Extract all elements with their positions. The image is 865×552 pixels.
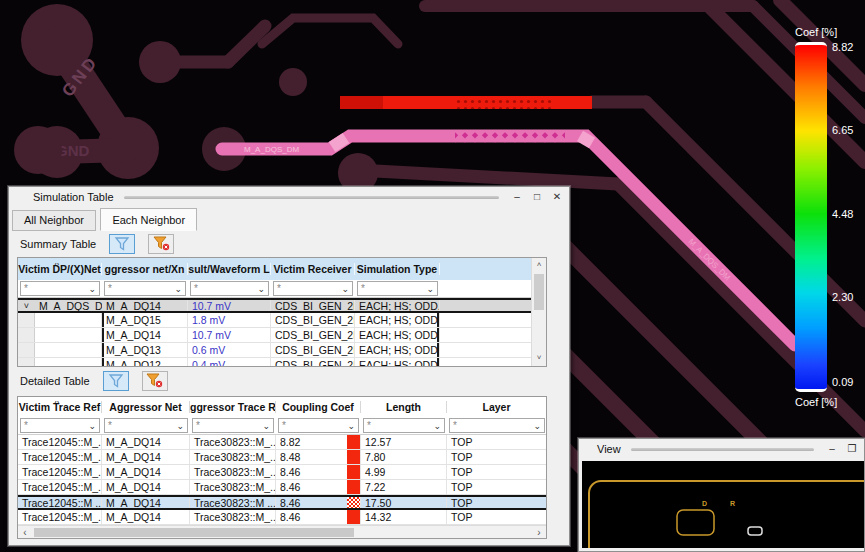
- scroll-right-icon[interactable]: ›: [532, 527, 546, 538]
- detailed-table: ^ Victim Trace Ref Aggressor Net ggresso…: [17, 396, 547, 539]
- detailed-row[interactable]: Trace12045::M_... M_A_DQ14 Trace30823::M…: [18, 450, 547, 465]
- neighbor-tabs: All Neighbor Each Neighbor: [12, 207, 566, 231]
- sort-ascending-icon: ^: [55, 401, 60, 407]
- expander-icon[interactable]: ˅: [18, 301, 35, 311]
- chevron-down-icon: ⌄: [347, 422, 355, 430]
- coef-color-chip: [347, 435, 360, 449]
- minimize-button[interactable]: –: [509, 188, 525, 206]
- scroll-down-icon[interactable]: ˅: [532, 351, 546, 366]
- summary-row[interactable]: M_A_DQ13 0.6 mV CDS_BI_GEN_2P... EACH; H…: [18, 343, 533, 358]
- summary-vertical-scrollbar[interactable]: ˄ ˅: [531, 258, 546, 366]
- simulation-table-window: Simulation Table – □ ✕ All Neighbor Each…: [8, 186, 570, 546]
- chevron-down-icon: ⌄: [174, 285, 182, 293]
- colorbar-gradient: [795, 42, 827, 392]
- summary-filter-receiver[interactable]: *⌄: [273, 281, 353, 296]
- detailed-col-aggressor-trace[interactable]: ggressor Trace R: [190, 401, 276, 413]
- tab-each-neighbor[interactable]: Each Neighbor: [100, 208, 197, 231]
- tab-all-neighbor[interactable]: All Neighbor: [12, 210, 96, 231]
- detailed-filter-button[interactable]: [103, 371, 129, 391]
- close-button[interactable]: ✕: [549, 188, 565, 206]
- clear-filter-funnel-icon: [146, 373, 163, 388]
- colorbar-tick: 2.30: [832, 291, 853, 303]
- component-outline-white: [748, 527, 762, 535]
- restore-button[interactable]: ❐: [844, 440, 860, 458]
- detailed-col-victim-trace[interactable]: ^ Victim Trace Ref: [18, 401, 102, 413]
- minimize-button[interactable]: –: [824, 440, 840, 458]
- view-window: View – ❐ D R: [578, 438, 865, 552]
- summary-col-result[interactable]: sult/Waveform L: [188, 263, 271, 275]
- sort-ascending-icon: ^: [55, 263, 60, 269]
- detailed-toolbar: Detailed Table: [20, 370, 168, 391]
- detailed-row[interactable]: Trace12045::M_... M_A_DQ14 Trace30823::M…: [18, 435, 547, 450]
- designator-label: R: [730, 500, 735, 507]
- component-outline: [677, 510, 714, 535]
- detailed-table-label: Detailed Table: [20, 375, 90, 387]
- chevron-down-icon: ⌄: [176, 422, 184, 430]
- scroll-up-icon[interactable]: ˄: [532, 258, 546, 273]
- summary-row[interactable]: M_A_DQ12 0.4 mV CDS_BI_GEN_2P EACH; HS; …: [18, 358, 533, 367]
- coef-color-chip: [347, 450, 360, 464]
- chevron-down-icon: ⌄: [433, 422, 441, 430]
- coef-color-chip: [347, 510, 360, 524]
- view-canvas[interactable]: D R: [582, 461, 864, 548]
- detailed-horizontal-scrollbar[interactable]: ‹ ›: [18, 525, 546, 538]
- summary-filter-button[interactable]: [109, 234, 135, 254]
- scrollbar-thumb[interactable]: [534, 274, 544, 310]
- summary-col-receiver[interactable]: Victim Receiver: [271, 263, 355, 275]
- summary-header-row: ^ Victim DP/(X)Net ggressor net/Xn sult/…: [18, 258, 533, 280]
- summary-col-simtype[interactable]: Simulation Type: [355, 263, 440, 275]
- detailed-row[interactable]: Trace12045::M_... M_A_DQ14 Trace30823::M…: [18, 510, 547, 525]
- summary-col-victim[interactable]: ^ Victim DP/(X)Net: [18, 263, 102, 275]
- chevron-down-icon: ⌄: [262, 422, 270, 430]
- detailed-filter-length[interactable]: *⌄: [363, 418, 445, 433]
- summary-filter-aggressor[interactable]: *⌄: [104, 281, 186, 296]
- colorbar-tick: 4.48: [832, 208, 853, 220]
- board-outline: [589, 481, 864, 548]
- view-board-outline-svg: D R: [582, 461, 864, 548]
- coef-color-chip-hatched: [347, 497, 360, 508]
- summary-row[interactable]: M_A_DQ14 10.7 mV CDS_BI_GEN_2P... EACH; …: [18, 328, 533, 343]
- detailed-clear-filter-button[interactable]: [142, 371, 168, 391]
- chevron-down-icon: ⌄: [257, 285, 265, 293]
- view-window-title: View: [597, 443, 621, 455]
- chevron-down-icon: ⌄: [88, 422, 96, 430]
- summary-row[interactable]: M_A_DQ15 1.8 mV CDS_BI_GEN_2P... EACH; H…: [18, 313, 533, 328]
- detailed-col-layer[interactable]: Layer: [447, 401, 547, 413]
- detailed-col-aggressor-net[interactable]: Aggressor Net: [102, 401, 190, 413]
- summary-filter-victim[interactable]: *⌄: [20, 281, 100, 296]
- scrollbar-thumb[interactable]: [34, 528, 354, 537]
- summary-col-aggressor[interactable]: ggressor net/Xn: [102, 263, 188, 275]
- detailed-col-coupling-coef[interactable]: Coupling Coef: [276, 401, 361, 413]
- coef-color-chip: [347, 465, 360, 479]
- detailed-filter-layer[interactable]: *⌄: [449, 418, 545, 433]
- chevron-down-icon: ⌄: [341, 285, 349, 293]
- colorbar-tick: 6.65: [832, 124, 853, 136]
- view-window-titlebar[interactable]: View – ❐: [579, 439, 864, 459]
- aggressor-trace-red[interactable]: [340, 96, 592, 109]
- colorbar-title-top: Coef [%]: [795, 26, 837, 38]
- detailed-filter-victim-trace[interactable]: *⌄: [20, 418, 100, 433]
- detailed-row[interactable]: Trace12045::M_... M_A_DQ14 Trace30823::M…: [18, 480, 547, 495]
- filter-funnel-icon: [108, 374, 124, 388]
- coef-color-chip: [347, 480, 360, 494]
- summary-filter-result[interactable]: *⌄: [190, 281, 269, 296]
- colorbar-title-bottom: Coef [%]: [795, 396, 837, 408]
- summary-row-selected[interactable]: ˅ M_A_DQS_D1 M_A_DQ14 10.7 mV CDS_BI_GEN…: [18, 298, 533, 313]
- scroll-left-icon[interactable]: ‹: [18, 527, 32, 538]
- summary-table: ^ Victim DP/(X)Net ggressor net/Xn sult/…: [17, 257, 547, 367]
- summary-toolbar: Summary Table: [20, 233, 174, 254]
- chevron-down-icon: ⌄: [533, 422, 541, 430]
- simulation-window-titlebar[interactable]: Simulation Table – □ ✕: [9, 187, 569, 207]
- detailed-row-selected[interactable]: Trace12045::M ... M_A_DQ14 Trace30823::M…: [18, 495, 547, 510]
- summary-clear-filter-button[interactable]: [148, 234, 174, 254]
- colorbar-tick: 8.82: [832, 41, 853, 53]
- summary-filter-simtype[interactable]: *⌄: [357, 281, 438, 296]
- designator-label: D: [702, 500, 707, 507]
- detailed-col-length[interactable]: Length: [361, 401, 447, 413]
- detailed-filter-coupling-coef[interactable]: *⌄: [278, 418, 359, 433]
- titlebar-divider: [124, 196, 499, 199]
- detailed-filter-aggressor-net[interactable]: *⌄: [104, 418, 188, 433]
- detailed-row[interactable]: Trace12045::M_... M_A_DQ14 Trace30823::M…: [18, 465, 547, 480]
- maximize-button[interactable]: □: [529, 188, 545, 206]
- detailed-filter-aggressor-trace[interactable]: *⌄: [192, 418, 274, 433]
